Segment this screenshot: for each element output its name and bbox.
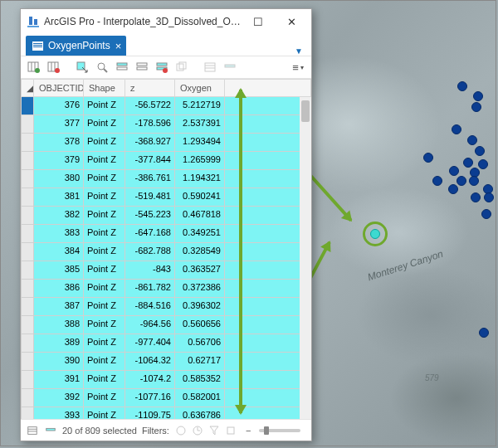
cell-shape[interactable]: Point Z: [84, 152, 125, 170]
map-point[interactable]: [478, 159, 488, 169]
cell-z[interactable]: -1064.32: [125, 353, 175, 371]
cell-objectid[interactable]: 378: [34, 134, 84, 152]
zoom-slider[interactable]: [259, 429, 300, 432]
zoom-to-selection-icon[interactable]: [94, 59, 110, 75]
cell-shape[interactable]: Point Z: [84, 207, 125, 225]
table-body[interactable]: 376Point Z-56.57225.212719377Point Z-178…: [21, 97, 311, 419]
table-row[interactable]: 381Point Z-519.4810.590241: [21, 188, 311, 207]
table-row[interactable]: 393Point Z-1109.750.636786: [21, 407, 311, 419]
cell-oxygen[interactable]: 0.585352: [175, 371, 225, 389]
cell-z[interactable]: -977.404: [125, 334, 175, 353]
cell-z[interactable]: -647.168: [125, 225, 175, 243]
cell-z[interactable]: -1109.75: [125, 407, 175, 419]
cell-objectid[interactable]: 389: [34, 334, 84, 353]
show-selected-records-icon[interactable]: [222, 59, 238, 75]
cell-objectid[interactable]: 390: [34, 353, 84, 371]
cell-shape[interactable]: Point Z: [84, 371, 125, 389]
row-handle[interactable]: [21, 97, 34, 115]
filter-query-icon[interactable]: [224, 424, 237, 437]
cell-oxygen[interactable]: 0.590241: [175, 188, 225, 207]
delete-selection-icon[interactable]: [154, 59, 170, 75]
table-row[interactable]: 384Point Z-682.7880.328549: [21, 243, 311, 261]
tab-close-icon[interactable]: ×: [115, 40, 122, 52]
zoom-minus[interactable]: −: [246, 426, 251, 436]
cell-objectid[interactable]: 385: [34, 261, 84, 280]
cell-oxygen[interactable]: 0.636786: [175, 407, 225, 419]
cell-shape[interactable]: Point Z: [84, 97, 125, 115]
cell-objectid[interactable]: 383: [34, 225, 84, 243]
filter-extent-icon[interactable]: [174, 424, 188, 437]
table-row[interactable]: 379Point Z-377.8441.265999: [21, 152, 311, 170]
cell-objectid[interactable]: 379: [34, 152, 84, 170]
cell-objectid[interactable]: 386: [34, 280, 84, 298]
cell-oxygen[interactable]: 1.194321: [175, 170, 225, 188]
window-titlebar[interactable]: ArcGIS Pro - Interpolate_3D_Dissolved_Ox…: [21, 9, 311, 34]
row-handle[interactable]: [21, 353, 34, 371]
map-point[interactable]: [481, 209, 491, 219]
show-selected-icon[interactable]: [44, 424, 57, 437]
table-row[interactable]: 377Point Z-178.5962.537391: [21, 115, 311, 134]
cell-shape[interactable]: Point Z: [84, 280, 125, 298]
row-handle[interactable]: [21, 170, 34, 188]
row-handle[interactable]: [21, 261, 34, 280]
cell-objectid[interactable]: 392: [34, 389, 84, 407]
cell-shape[interactable]: Point Z: [84, 407, 125, 419]
filter-selection-icon[interactable]: [208, 424, 221, 437]
row-handle[interactable]: [21, 407, 34, 419]
map-point[interactable]: [471, 102, 481, 112]
cell-objectid[interactable]: 388: [34, 316, 84, 334]
show-all-records-icon[interactable]: [202, 59, 218, 75]
cell-oxygen[interactable]: 0.372386: [175, 280, 225, 298]
map-point[interactable]: [456, 176, 466, 186]
table-row[interactable]: 389Point Z-977.4040.56706: [21, 334, 311, 353]
cell-z[interactable]: -519.481: [125, 188, 175, 207]
row-handle[interactable]: [21, 225, 34, 243]
column-header-objectid[interactable]: OBJECTID: [34, 79, 84, 97]
row-handle[interactable]: [21, 152, 34, 170]
cell-objectid[interactable]: 377: [34, 115, 84, 134]
cell-z[interactable]: -386.761: [125, 170, 175, 188]
map-point[interactable]: [475, 146, 485, 156]
cell-oxygen[interactable]: 0.363527: [175, 261, 225, 280]
column-header-shape[interactable]: Shape: [84, 79, 125, 97]
cell-shape[interactable]: Point Z: [84, 115, 125, 134]
row-handle[interactable]: [21, 371, 34, 389]
select-by-attributes-icon[interactable]: [74, 59, 90, 75]
row-handle[interactable]: [21, 134, 34, 152]
cell-oxygen[interactable]: 0.349251: [175, 225, 225, 243]
cell-shape[interactable]: Point Z: [84, 261, 125, 280]
map-point[interactable]: [423, 153, 433, 163]
cell-oxygen[interactable]: 0.328549: [175, 243, 225, 261]
row-handle[interactable]: [21, 280, 34, 298]
map-point[interactable]: [469, 176, 479, 186]
tab-oxygenpoints[interactable]: OxygenPoints ×: [26, 36, 126, 56]
cell-oxygen[interactable]: 0.396302: [175, 298, 225, 316]
cell-z[interactable]: -884.516: [125, 298, 175, 316]
vertical-scrollbar[interactable]: [300, 97, 311, 419]
scrollbar-thumb[interactable]: [301, 100, 310, 122]
show-all-icon[interactable]: [26, 424, 39, 437]
cell-shape[interactable]: Point Z: [84, 353, 125, 371]
map-point[interactable]: [457, 81, 467, 91]
cell-shape[interactable]: Point Z: [84, 334, 125, 353]
cell-oxygen[interactable]: 0.582001: [175, 389, 225, 407]
cell-oxygen[interactable]: 0.467818: [175, 207, 225, 225]
map-point[interactable]: [432, 176, 442, 186]
cell-objectid[interactable]: 380: [34, 170, 84, 188]
cell-oxygen[interactable]: 1.293494: [175, 134, 225, 152]
table-row[interactable]: 386Point Z-861.7820.372386: [21, 280, 311, 298]
table-row[interactable]: 383Point Z-647.1680.349251: [21, 225, 311, 243]
table-row[interactable]: 378Point Z-368.9271.293494: [21, 134, 311, 152]
cell-objectid[interactable]: 393: [34, 407, 84, 419]
cell-oxygen[interactable]: 0.56706: [175, 334, 225, 353]
cell-shape[interactable]: Point Z: [84, 225, 125, 243]
row-selector-header[interactable]: ◢: [21, 79, 34, 97]
field-delete-icon[interactable]: [46, 59, 62, 75]
cell-z[interactable]: -368.927: [125, 134, 175, 152]
table-row[interactable]: 392Point Z-1077.160.582001: [21, 389, 311, 407]
table-row[interactable]: 382Point Z-545.2230.467818: [21, 207, 311, 225]
zoom-slider-thumb[interactable]: [264, 426, 269, 435]
tab-menu-caret-icon[interactable]: ▼: [295, 46, 306, 56]
map-point[interactable]: [484, 192, 494, 202]
table-row[interactable]: 385Point Z-8430.363527: [21, 261, 311, 280]
